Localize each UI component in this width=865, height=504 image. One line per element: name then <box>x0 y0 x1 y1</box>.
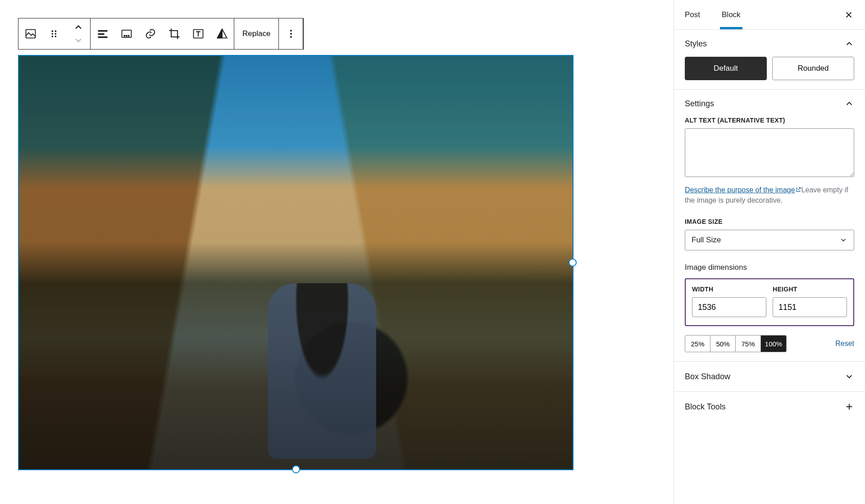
svg-point-17 <box>290 36 292 38</box>
width-input[interactable] <box>692 297 766 317</box>
svg-rect-8 <box>98 33 104 35</box>
svg-point-4 <box>55 30 56 32</box>
panel-block-tools[interactable]: Block Tools <box>674 392 865 422</box>
more-options-button[interactable] <box>279 18 303 49</box>
svg-point-11 <box>124 36 125 36</box>
editor-canvas: Replace <box>0 0 674 504</box>
svg-point-3 <box>51 36 53 37</box>
svg-rect-7 <box>98 30 107 32</box>
tab-post[interactable]: Post <box>683 0 702 29</box>
image-dimensions-label: Image dimensions <box>685 263 854 272</box>
width-label: WIDTH <box>692 286 766 293</box>
resize-handle-bottom[interactable] <box>292 465 300 473</box>
dimensions-highlight-box: WIDTH HEIGHT <box>685 278 854 326</box>
drag-handle-icon[interactable] <box>42 18 66 49</box>
block-type-icon[interactable] <box>18 18 42 49</box>
move-up-down-button[interactable] <box>66 18 90 49</box>
chevron-up-icon <box>844 99 854 109</box>
image-size-label: IMAGE SIZE <box>685 218 854 225</box>
image-content <box>19 56 573 469</box>
describe-image-link[interactable]: Describe the purpose of the image <box>685 186 801 194</box>
svg-point-2 <box>51 33 53 35</box>
svg-rect-9 <box>98 36 107 38</box>
svg-point-13 <box>128 36 129 36</box>
box-shadow-label: Box Shadow <box>685 372 730 381</box>
close-sidebar-button[interactable] <box>842 8 856 22</box>
panel-styles: Styles Default Rounded <box>674 30 865 90</box>
svg-point-5 <box>55 33 56 35</box>
image-size-value: Full Size <box>692 236 721 245</box>
scale-75-button[interactable]: 75% <box>736 336 761 352</box>
chevron-up-icon <box>844 39 854 49</box>
sidebar-tabs: Post Block <box>674 0 865 30</box>
align-button[interactable] <box>91 18 114 49</box>
scale-50-button[interactable]: 50% <box>710 336 736 352</box>
alt-text-label: ALT TEXT (ALTERNATIVE TEXT) <box>685 117 854 124</box>
panel-box-shadow[interactable]: Box Shadow <box>674 362 865 392</box>
inspector-sidebar: Post Block Styles Default Rounded Settin… <box>674 0 865 504</box>
style-default-button[interactable]: Default <box>685 57 767 80</box>
panel-settings: Settings ALT TEXT (ALTERNATIVE TEXT) Des… <box>674 90 865 362</box>
duotone-button[interactable] <box>210 18 234 49</box>
scale-row: 25% 50% 75% 100% Reset <box>685 335 854 352</box>
caption-button[interactable] <box>114 18 138 49</box>
alt-text-input[interactable] <box>685 128 854 177</box>
panel-settings-title: Settings <box>685 99 714 109</box>
scale-button-group: 25% 50% 75% 100% <box>685 335 787 352</box>
block-toolbar: Replace <box>18 18 304 50</box>
image-size-select[interactable]: Full Size <box>685 230 854 250</box>
alt-text-field: ALT TEXT (ALTERNATIVE TEXT) Describe the… <box>685 117 854 205</box>
svg-point-6 <box>55 36 56 37</box>
panel-styles-header[interactable]: Styles <box>685 39 854 49</box>
external-link-icon <box>795 186 801 193</box>
height-input[interactable] <box>773 297 847 317</box>
chevron-down-icon <box>844 372 854 381</box>
svg-point-12 <box>126 36 127 36</box>
panel-settings-header[interactable]: Settings <box>685 99 854 109</box>
replace-button[interactable]: Replace <box>234 18 278 49</box>
image-block[interactable] <box>18 55 574 470</box>
svg-point-15 <box>290 30 292 32</box>
tab-block[interactable]: Block <box>720 0 742 29</box>
image-dimensions-field: Image dimensions WIDTH HEIGHT 25% 50% <box>685 263 854 352</box>
svg-point-1 <box>51 30 53 32</box>
scale-25-button[interactable]: 25% <box>685 336 710 352</box>
image-size-field: IMAGE SIZE Full Size <box>685 218 854 250</box>
svg-point-16 <box>290 33 292 35</box>
reset-dimensions-button[interactable]: Reset <box>835 340 854 348</box>
link-button[interactable] <box>138 18 162 49</box>
style-rounded-button[interactable]: Rounded <box>772 57 854 80</box>
plus-icon <box>844 402 854 412</box>
panel-styles-title: Styles <box>685 39 707 49</box>
height-label: HEIGHT <box>773 286 847 293</box>
resize-handle-right[interactable] <box>569 259 577 267</box>
crop-button[interactable] <box>162 18 186 49</box>
chevron-down-icon <box>839 236 847 244</box>
alt-text-help: Describe the purpose of the imageLeave e… <box>685 185 854 205</box>
block-tools-label: Block Tools <box>685 402 726 412</box>
scale-100-button[interactable]: 100% <box>761 336 786 352</box>
text-overlay-button[interactable] <box>186 18 210 49</box>
